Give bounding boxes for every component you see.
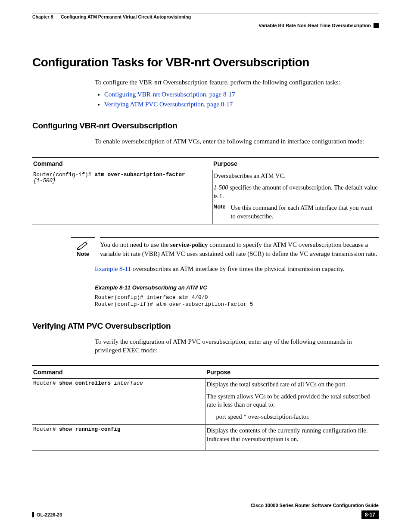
cli-command: show controllers [59,380,114,386]
inline-note: Note Use this command for each ATM inter… [214,204,378,221]
section-marker-icon [374,23,379,28]
column-header-command: Command [32,157,212,170]
purpose-cell: Displays the total subscribed rate of al… [206,379,379,425]
purpose-line: The system allows VCs to be added provid… [207,392,378,409]
page-title: Configuration Tasks for VBR-nrt Oversubs… [32,56,379,69]
example-ref-text: oversubscribes an ATM interface by five … [131,265,345,272]
purpose-line: Oversubscribes an ATM VC. [214,172,378,180]
example-reference: Example 8-11 oversubscribes an ATM inter… [95,264,379,273]
section-header-row: Variable Bit Rate Non-Real Time Oversubs… [32,20,379,30]
intro-paragraph: To configure the VBR-nrt Oversubscriptio… [95,78,379,87]
note-command-name: service-policy [170,241,208,248]
cli-argument: interface [114,380,143,386]
table-row: Router(config-if)# atm over-subscription… [32,170,379,224]
purpose-line: 1-500 specifies the amount of oversubscr… [214,184,378,200]
crossref-link[interactable]: Configuring VBR-nrt Oversubscription, pa… [104,91,235,98]
column-header-purpose: Purpose [206,366,379,379]
cli-prompt: Router# [33,380,59,386]
purpose-line: Displays the contents of the currently r… [207,426,378,443]
section-intro: To verify the configuration of ATM PVC o… [95,337,379,355]
section-intro: To enable oversubscription of ATM VCs, e… [95,137,379,146]
command-cell: Router# show controllers interface [32,379,206,425]
purpose-text: specifies the amount of oversubscription… [214,184,378,199]
cli-command: atm over-subscription-factor [95,172,185,178]
task-link-list: Configuring VBR-nrt Oversubscription, pa… [95,91,379,108]
purpose-cell: Displays the contents of the currently r… [206,425,379,451]
note-label: Note [214,204,229,221]
table-row: Router# show running-config Displays the… [32,425,379,451]
note-body: You do not need to use the service-polic… [100,237,379,258]
page-footer: Cisco 10000 Series Router Software Confi… [32,503,379,519]
purpose-line: Displays the total subscribed rate of al… [207,380,378,389]
command-cell: Router(config-if)# atm over-subscription… [32,170,212,224]
cli-argument: {1-500} [33,178,56,184]
example-code-block: Router(config)# interface atm 4/0/0 Rout… [95,294,379,308]
note-block: Note You do not need to use the service-… [71,237,379,258]
page-number: 8-17 [361,510,379,519]
note-text: Use this command for each ATM interface … [231,204,378,221]
example-caption: Example 8-11 Oversubscribing an ATM VC [95,284,379,291]
command-cell: Router# show running-config [32,425,206,451]
list-item: Configuring VBR-nrt Oversubscription, pa… [104,91,379,98]
note-text-pre: You do not need to use the [100,241,170,248]
section-heading: Verifying ATM PVC Oversubscription [32,321,379,331]
page-header: Chapter 8 Configuring ATM Permanent Virt… [32,13,379,19]
cli-command: show running-config [59,426,121,432]
pencil-icon [77,240,90,250]
command-table-1: Command Purpose Router(config-if)# atm o… [32,157,379,225]
cli-prompt: Router# [33,426,59,432]
list-item: Verifying ATM PVC Oversubscription, page… [104,101,379,108]
column-header-command: Command [32,366,206,379]
chapter-label: Chapter 8 Configuring ATM Permanent Virt… [32,14,191,19]
footer-guide-title: Cisco 10000 Series Router Software Confi… [32,503,379,509]
note-icon-column: Note [71,237,95,258]
table-row: Router# show controllers interface Displ… [32,379,379,425]
purpose-cell: Oversubscribes an ATM VC. 1-500 specifie… [212,170,379,224]
note-label: Note [77,251,89,257]
document-number: OL-2226-23 [32,512,62,517]
crossref-link[interactable]: Example 8-11 [95,265,131,272]
section-heading: Configuring VBR-nrt Oversubscription [32,121,379,131]
arg-range: 1-500 [214,184,228,191]
cli-prompt: Router(config-if)# [33,172,95,178]
command-table-2: Command Purpose Router# show controllers… [32,365,379,451]
purpose-formula: port speed * over-subscription-factor. [216,413,378,421]
column-header-purpose: Purpose [212,157,379,170]
section-label: Variable Bit Rate Non-Real Time Oversubs… [258,23,371,28]
crossref-link[interactable]: Verifying ATM PVC Oversubscription, page… [104,101,233,108]
